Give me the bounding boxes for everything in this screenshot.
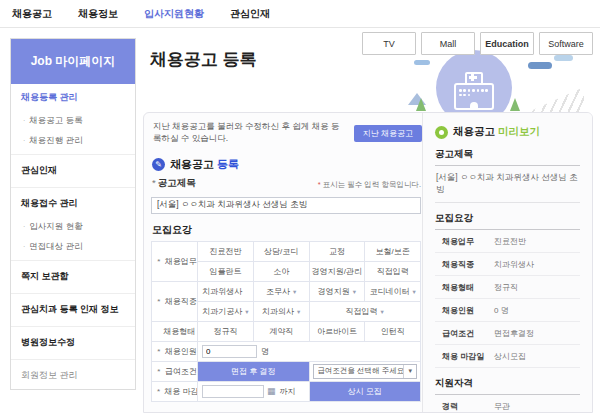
posting-title-input[interactable] [151,197,421,214]
past-posting-banner: 지난 채용공고를 불러와 수정하신 후 쉽게 채용 등록하실 수 있습니다. 지… [151,118,422,151]
preview-field-row: 채용인원0 명 [435,299,580,322]
option-button[interactable]: 상담/코디 [253,241,309,261]
top-navigation: 채용공고채용정보입사지원현황관심인재 [0,0,600,28]
field-label-text: 급여조건 [165,367,197,376]
chevron-down-icon: ▾ [412,288,415,295]
preview-section: 지원자격경력무관최종학력대학(2,3년)우대사항 [435,377,580,412]
sidebar-divider [11,187,135,188]
option-label: 교정 [329,247,345,256]
cloud-shape [554,55,573,61]
option-button[interactable]: 치과기공사▾ [198,301,254,321]
option-label: 직접입력 [377,267,409,276]
option-button[interactable]: 직접입력▾ [309,301,421,321]
site-button[interactable]: TV [362,32,416,55]
preview-field-row: 채용직종치과위생사 [435,253,580,276]
option-button[interactable]: 소아 [253,261,309,281]
calendar-icon[interactable]: ▦ [267,386,276,396]
sidebar-item[interactable]: 관심인재 [11,157,135,184]
field-label-text: 채용형태 [163,327,195,336]
count-field: 명 [198,345,420,358]
sidebar-item[interactable]: 쪽지 보관함 [11,263,135,290]
sidebar: Job 마이페이지 채용등록 관리·채용공고 등록·채용진행 관리관심인재채용접… [10,38,136,390]
preview-field-value: 무관 [494,401,510,412]
always-recruiting-button[interactable]: 상시 모집 [310,382,421,401]
option-button[interactable]: 조무사▾ [253,281,309,301]
preview-section: 공고제목[서울] ㅇㅇ치과 치과위생사 선생님 초빙 [435,148,580,203]
field-row-label: * 채용 마감일 [152,381,198,401]
table-row: * 채용직종치과위생사▾조무사▾경영지원▾코디네이터▾ [152,281,421,301]
deadline-cell: ▦까지 [198,381,310,401]
preview-field-row: 급여조건면접후결정 [435,322,580,345]
recruit-summary-heading: 모집요강 [152,223,421,237]
salary-select[interactable]: 급여조건을 선택해 주세요.▾ [313,364,418,379]
sidebar-sub-item[interactable]: ·채용공고 등록 [11,111,135,131]
sidebar-sub-item[interactable]: ·면접대상 관리 [11,237,135,257]
salary-select-cell: 급여조건을 선택해 주세요.▾ [309,361,421,381]
salary-select-placeholder: 급여조건을 선택해 주세요. [318,366,404,376]
site-button[interactable]: Mall [421,32,475,55]
topnav-item[interactable]: 채용정보 [78,7,118,21]
chevron-down-icon: ▾ [297,308,300,315]
option-button[interactable]: 임플란트 [198,261,254,281]
job-posting-form: 지난 채용공고를 불러와 수정하신 후 쉽게 채용 등록하실 수 있습니다. 지… [144,113,422,412]
option-button[interactable]: 정규직 [198,321,254,341]
option-label: 임플란트 [209,267,241,276]
sidebar-item[interactable]: 회원정보 관리 [11,362,135,389]
option-label: 소아 [273,267,289,276]
sidebar-item[interactable]: 채용등록 관리 [11,84,135,111]
topnav-item[interactable]: 관심인재 [230,7,270,21]
banner-text: 지난 채용공고를 불러와 수정하신 후 쉽게 채용 등록하실 수 있습니다. [153,121,347,145]
sidebar-item[interactable]: 채용접수 관리 [11,190,135,217]
sidebar-item[interactable]: 관심치과 등록 인재 정보 [11,296,135,323]
preview-section: 모집요강채용업무진료전반채용직종치과위생사채용형태정규직채용인원0 명급여조건면… [435,212,580,368]
preview-title: 채용공고 [453,125,498,137]
page-title: 채용공고 등록 [150,48,257,71]
site-button[interactable]: Education [480,32,534,55]
option-label: 경영지원 [318,287,350,296]
table-row: * 채용 마감일▦까지상시 모집 [152,381,421,401]
option-button[interactable]: 경영지원/관리 [309,261,365,281]
field-row-label: * 채용직종 [152,281,198,321]
option-button[interactable]: 교정 [309,241,365,261]
preview-field-value: 0 명 [494,305,509,316]
topnav-item[interactable]: 입사지원현황 [144,7,204,21]
headcount-unit: 명 [261,346,269,357]
option-label: 아르바이트 [317,327,357,336]
sidebar-sub-item[interactable]: ·채용진행 관리 [11,131,135,151]
option-label: 상담/코디 [264,247,298,256]
headcount-input[interactable] [202,345,257,358]
past-posting-button[interactable]: 지난 채용공고 [354,125,422,142]
option-button[interactable]: 진료전반 [198,241,254,261]
field-row-label: * 급여조건 [152,361,198,381]
bullet-icon: · [23,137,25,144]
site-family-buttons: TVMallEducationSoftware [362,32,593,55]
site-button[interactable]: Software [539,32,593,55]
preview-header: 채용공고 미리보기 [435,125,580,139]
required-star: * [157,387,162,396]
option-button[interactable]: 치과의사▾ [253,301,309,321]
table-row: * 채용인원명 [152,341,421,361]
cloud-shape [414,60,430,65]
sidebar-sub-item[interactable]: ·입사지원 현황 [11,217,135,237]
main-panel: 지난 채용공고를 불러와 수정하신 후 쉽게 채용 등록하실 수 있습니다. 지… [143,112,593,413]
salary-after-interview-button[interactable]: 면접 후 결정 [198,362,309,381]
preview-field-label: 채용형태 [442,282,494,293]
tree-icon [510,98,520,111]
option-label: 치과위생사 [202,287,242,296]
option-button[interactable]: 직접입력 [365,261,421,281]
option-label: 치과의사 [262,307,294,316]
option-button[interactable]: 아르바이트 [309,321,365,341]
topnav-item[interactable]: 채용공고 [12,7,52,21]
option-button[interactable]: 치과위생사▾ [198,281,254,301]
option-button[interactable]: 경영지원▾ [309,281,365,301]
option-button[interactable]: 계약직 [253,321,309,341]
chevron-down-icon: ▾ [245,308,248,315]
sidebar-item[interactable]: 병원정보수정 [11,329,135,356]
option-button[interactable]: 인턴직 [365,321,421,341]
sidebar-title: Job 마이페이지 [11,39,135,84]
option-button[interactable]: 보철/보존 [365,241,421,261]
option-button[interactable]: 코디네이터▾ [365,281,421,301]
deadline-date-input[interactable] [202,385,264,398]
option-label: 보철/보존 [376,247,410,256]
table-row: * 급여조건면접 후 결정급여조건을 선택해 주세요.▾ [152,361,421,381]
